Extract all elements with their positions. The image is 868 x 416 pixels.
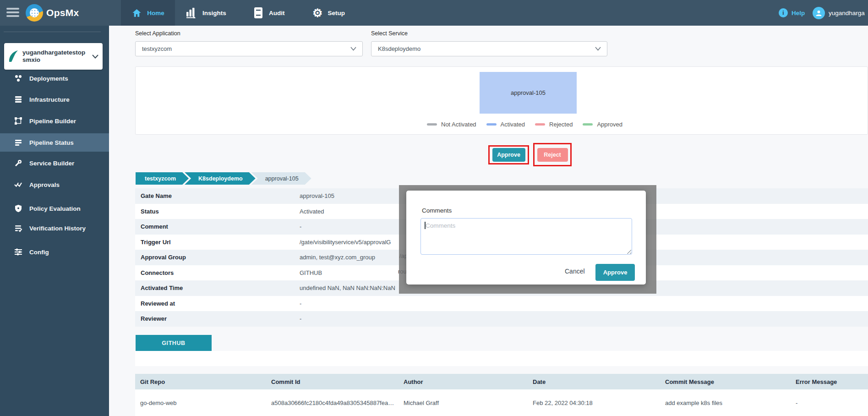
legend-dash-pink — [535, 123, 545, 126]
column-header-git-repo: Git Repo — [140, 374, 165, 389]
sidebar-item-config[interactable]: Config — [0, 243, 109, 261]
legend-label: Not Activated — [441, 121, 476, 128]
sidebar-item-verification-history[interactable]: Verification History — [0, 219, 109, 237]
modal-approve-button[interactable]: Approve — [595, 264, 635, 281]
application-select[interactable]: testxyzcom — [135, 41, 363, 56]
setup-gear-icon: ⚙ — [312, 7, 322, 19]
detail-value: - — [300, 300, 301, 307]
commit-id: a508a30666fc2180c4fda49a8305345887fea… — [271, 389, 394, 416]
modal-cancel-button[interactable]: Cancel — [565, 268, 585, 275]
infrastructure-icon — [14, 95, 22, 104]
sidebar-item-label: Pipeline Status — [29, 139, 74, 146]
home-icon — [131, 8, 142, 18]
breadcrumb-application[interactable]: testxyzcom — [136, 172, 189, 185]
deployments-icon — [14, 74, 22, 82]
reject-annotation-box: Reject — [533, 143, 572, 166]
detail-value: /gate/visibilityservice/v5/approvalG — [300, 239, 391, 246]
reject-button[interactable]: Reject — [537, 148, 568, 162]
org-name-line1: yugandhargatetestop — [22, 49, 91, 56]
pipeline-status-icon — [14, 138, 22, 147]
tab-setup[interactable]: ⚙ Setup — [312, 0, 345, 26]
user-menu[interactable]: yugandharga — [813, 0, 868, 26]
application-select-value: testxyzcom — [142, 45, 172, 52]
detail-label: Reviewed at — [135, 300, 175, 307]
sidebar-item-label: Policy Evaluation — [29, 205, 81, 212]
legend-approved: Approved — [583, 121, 622, 128]
graph-legend: Not Activated Activated Rejected Approve… — [427, 120, 622, 128]
detail-label: Trigger Url — [135, 239, 171, 246]
tab-setup-label: Setup — [328, 10, 345, 16]
legend-label: Activated — [501, 121, 525, 128]
approve-button[interactable]: Approve — [492, 148, 525, 162]
org-selector[interactable]: yugandhargatetestop smxio — [4, 43, 103, 70]
sidebar-item-label: Config — [29, 249, 49, 256]
tab-insights-label: Insights — [202, 10, 226, 16]
sidebar-item-pipeline-status[interactable]: Pipeline Status — [0, 133, 109, 152]
tab-home[interactable]: Home — [121, 0, 175, 26]
detail-label: Comment — [135, 223, 168, 230]
detail-label: Connectors — [135, 269, 174, 276]
breadcrumb-gate[interactable]: approval-105 — [251, 172, 311, 185]
sidebar-item-approvals[interactable]: Approvals — [0, 175, 109, 194]
user-avatar-icon — [813, 7, 825, 19]
opsmx-logo-icon[interactable] — [26, 4, 43, 22]
detail-label: Gate Name — [135, 192, 172, 199]
help-button[interactable]: i Help — [779, 0, 805, 26]
table-row: Reviewed at- — [135, 296, 868, 312]
connector-panel — [135, 351, 868, 366]
top-nav: OpsMx Home Insights Audit — [0, 0, 868, 26]
breadcrumb-service[interactable]: K8sdeploydemo — [185, 172, 256, 185]
github-connector-tab[interactable]: GITHUB — [136, 335, 212, 351]
sidebar-divider — [4, 32, 101, 32]
verification-history-icon — [14, 224, 22, 232]
service-select[interactable]: K8sdeploydemo — [371, 41, 607, 56]
sidebar-item-label: Verification History — [29, 225, 86, 232]
commit-row: go-demo-web a508a30666fc2180c4fda49a8305… — [135, 389, 868, 416]
commit-author: Michael Graff — [404, 389, 439, 416]
comments-textarea[interactable] — [420, 218, 632, 255]
detail-label: Activated Time — [135, 285, 183, 291]
info-icon: i — [779, 8, 788, 17]
opsmx-app: OpsMx Home Insights Audit — [0, 0, 868, 416]
policy-evaluation-icon — [14, 204, 22, 213]
chevron-down-icon — [92, 55, 98, 59]
sidebar: yugandhargatetestop smxio Deployments In… — [0, 26, 109, 416]
legend-dash-blue — [486, 123, 497, 126]
sidebar-item-label: Deployments — [29, 75, 68, 82]
column-header-commit-id: Commit Id — [271, 374, 300, 389]
sidebar-item-policy-evaluation[interactable]: Policy Evaluation — [0, 199, 109, 218]
brand-name: OpsMx — [46, 0, 79, 26]
pipeline-builder-icon — [14, 117, 22, 125]
sidebar-item-service-builder[interactable]: Service Builder — [0, 154, 109, 172]
approvals-icon — [14, 181, 22, 189]
sidebar-item-infrastructure[interactable]: Infrastructure — [0, 90, 109, 109]
detail-label: Reviewer — [135, 315, 167, 322]
insights-icon — [186, 7, 197, 18]
tab-audit-label: Audit — [269, 10, 285, 16]
org-name-line2: smxio — [22, 56, 91, 64]
legend-dash-gray — [427, 123, 437, 126]
legend-activated: Activated — [486, 121, 525, 128]
sidebar-item-label: Pipeline Builder — [29, 118, 76, 125]
sidebar-item-pipeline-builder[interactable]: Pipeline Builder — [0, 112, 109, 130]
commit-message: add example k8s files — [665, 389, 722, 416]
chevron-down-icon — [350, 47, 356, 51]
approve-annotation-box: Approve — [488, 145, 529, 164]
column-header-error-message: Error Message — [796, 374, 837, 389]
legend-label: Rejected — [549, 121, 573, 128]
hamburger-menu-icon[interactable] — [6, 8, 19, 18]
select-service-label: Select Service — [371, 30, 408, 37]
org-leaf-icon — [8, 50, 19, 63]
gate-node-approval-105[interactable]: approval-105 — [480, 72, 577, 114]
pipeline-graph-panel: approval-105 Not Activated Activated Rej… — [135, 66, 868, 135]
detail-value: admin, test@xyz.com_group — [300, 254, 375, 261]
sidebar-item-deployments[interactable]: Deployments — [0, 69, 109, 88]
comments-label: Comments — [422, 207, 452, 214]
tab-insights[interactable]: Insights — [186, 0, 226, 26]
legend-not-activated: Not Activated — [427, 121, 476, 128]
detail-value: Activated — [300, 208, 324, 215]
username: yugandharga — [829, 10, 865, 16]
tab-audit[interactable]: Audit — [253, 0, 285, 26]
column-header-commit-message: Commit Message — [665, 374, 714, 389]
chevron-down-icon — [595, 47, 601, 51]
